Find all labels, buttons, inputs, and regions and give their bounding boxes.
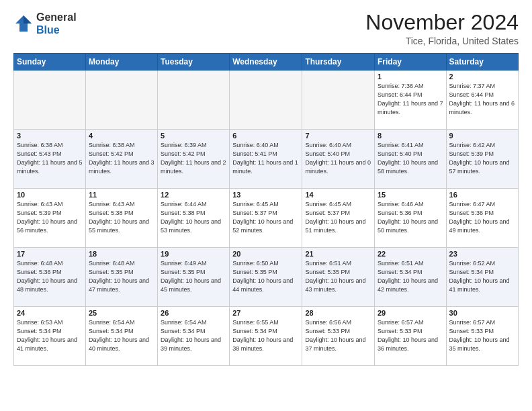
- calendar-cell: 18Sunrise: 6:48 AMSunset: 5:35 PMDayligh…: [85, 248, 157, 307]
- day-number: 27: [232, 309, 299, 317]
- day-info: Sunrise: 6:57 AMSunset: 5:33 PMDaylight:…: [449, 318, 515, 353]
- calendar-cell: 17Sunrise: 6:48 AMSunset: 5:36 PMDayligh…: [14, 248, 86, 307]
- day-info: Sunrise: 6:44 AMSunset: 5:38 PMDaylight:…: [161, 200, 226, 235]
- calendar-cell: 22Sunrise: 6:51 AMSunset: 5:34 PMDayligh…: [374, 248, 446, 307]
- day-info: Sunrise: 6:49 AMSunset: 5:35 PMDaylight:…: [161, 259, 226, 294]
- weekday-header: Friday: [374, 54, 446, 71]
- calendar-cell: 3Sunrise: 6:38 AMSunset: 5:43 PMDaylight…: [14, 130, 86, 189]
- day-info: Sunrise: 6:48 AMSunset: 5:35 PMDaylight:…: [89, 259, 154, 294]
- day-info: Sunrise: 6:47 AMSunset: 5:36 PMDaylight:…: [449, 200, 515, 235]
- calendar-cell: 25Sunrise: 6:54 AMSunset: 5:34 PMDayligh…: [85, 307, 157, 366]
- day-number: 4: [89, 132, 154, 140]
- day-info: Sunrise: 6:53 AMSunset: 5:34 PMDaylight:…: [17, 318, 83, 353]
- calendar-week-row: 3Sunrise: 6:38 AMSunset: 5:43 PMDaylight…: [14, 130, 519, 189]
- calendar-cell: 15Sunrise: 6:46 AMSunset: 5:36 PMDayligh…: [374, 189, 446, 248]
- day-number: 19: [161, 250, 226, 258]
- day-info: Sunrise: 6:45 AMSunset: 5:37 PMDaylight:…: [305, 200, 371, 235]
- day-number: 12: [161, 191, 226, 199]
- weekday-header: Tuesday: [158, 54, 230, 71]
- day-number: 24: [17, 309, 83, 317]
- weekday-header: Wednesday: [230, 54, 302, 71]
- day-info: Sunrise: 6:56 AMSunset: 5:33 PMDaylight:…: [305, 318, 371, 353]
- header: General Blue November 2024 Tice, Florida…: [13, 11, 519, 46]
- calendar-cell: 1Sunrise: 7:36 AMSunset: 6:44 PMDaylight…: [374, 71, 446, 130]
- day-info: Sunrise: 6:41 AMSunset: 5:40 PMDaylight:…: [378, 141, 443, 176]
- calendar-cell: [158, 71, 230, 130]
- month-title: November 2024: [365, 11, 519, 34]
- day-number: 15: [378, 191, 443, 199]
- calendar-week-row: 24Sunrise: 6:53 AMSunset: 5:34 PMDayligh…: [14, 307, 519, 366]
- day-info: Sunrise: 6:43 AMSunset: 5:38 PMDaylight:…: [89, 200, 154, 235]
- weekday-header: Sunday: [14, 54, 86, 71]
- day-info: Sunrise: 7:37 AMSunset: 6:44 PMDaylight:…: [449, 82, 515, 117]
- weekday-header: Saturday: [446, 54, 518, 71]
- calendar-cell: 29Sunrise: 6:57 AMSunset: 5:33 PMDayligh…: [374, 307, 446, 366]
- calendar-cell: 9Sunrise: 6:42 AMSunset: 5:39 PMDaylight…: [446, 130, 518, 189]
- calendar-cell: 21Sunrise: 6:51 AMSunset: 5:35 PMDayligh…: [302, 248, 375, 307]
- day-info: Sunrise: 6:38 AMSunset: 5:42 PMDaylight:…: [89, 141, 154, 176]
- calendar-cell: 26Sunrise: 6:54 AMSunset: 5:34 PMDayligh…: [158, 307, 230, 366]
- day-info: Sunrise: 7:36 AMSunset: 6:44 PMDaylight:…: [378, 82, 443, 117]
- day-info: Sunrise: 6:54 AMSunset: 5:34 PMDaylight:…: [161, 318, 226, 353]
- weekday-header: Thursday: [302, 54, 375, 71]
- day-info: Sunrise: 6:51 AMSunset: 5:35 PMDaylight:…: [305, 259, 371, 294]
- day-number: 6: [232, 132, 299, 140]
- day-number: 3: [17, 132, 83, 140]
- day-number: 17: [17, 250, 83, 258]
- location: Tice, Florida, United States: [365, 36, 519, 46]
- calendar-cell: 30Sunrise: 6:57 AMSunset: 5:33 PMDayligh…: [446, 307, 518, 366]
- calendar-cell: 28Sunrise: 6:56 AMSunset: 5:33 PMDayligh…: [302, 307, 375, 366]
- day-number: 5: [161, 132, 226, 140]
- day-number: 8: [378, 132, 443, 140]
- day-info: Sunrise: 6:55 AMSunset: 5:34 PMDaylight:…: [232, 318, 299, 353]
- calendar-cell: 2Sunrise: 7:37 AMSunset: 6:44 PMDaylight…: [446, 71, 518, 130]
- day-number: 11: [89, 191, 154, 199]
- day-info: Sunrise: 6:42 AMSunset: 5:39 PMDaylight:…: [449, 141, 515, 176]
- calendar-cell: 24Sunrise: 6:53 AMSunset: 5:34 PMDayligh…: [14, 307, 86, 366]
- day-number: 22: [378, 250, 443, 258]
- day-number: 20: [232, 250, 299, 258]
- calendar-cell: 6Sunrise: 6:40 AMSunset: 5:41 PMDaylight…: [230, 130, 302, 189]
- logo-icon: [13, 13, 34, 34]
- day-info: Sunrise: 6:51 AMSunset: 5:34 PMDaylight:…: [378, 259, 443, 294]
- calendar-cell: 7Sunrise: 6:40 AMSunset: 5:40 PMDaylight…: [302, 130, 375, 189]
- day-info: Sunrise: 6:38 AMSunset: 5:43 PMDaylight:…: [17, 141, 83, 176]
- calendar-week-row: 10Sunrise: 6:43 AMSunset: 5:39 PMDayligh…: [14, 189, 519, 248]
- calendar-cell: 13Sunrise: 6:45 AMSunset: 5:37 PMDayligh…: [230, 189, 302, 248]
- logo: General Blue: [13, 11, 77, 36]
- day-info: Sunrise: 6:39 AMSunset: 5:42 PMDaylight:…: [161, 141, 226, 176]
- weekday-header-row: SundayMondayTuesdayWednesdayThursdayFrid…: [14, 54, 519, 71]
- calendar-cell: 12Sunrise: 6:44 AMSunset: 5:38 PMDayligh…: [158, 189, 230, 248]
- calendar-cell: [302, 71, 375, 130]
- calendar-cell: 5Sunrise: 6:39 AMSunset: 5:42 PMDaylight…: [158, 130, 230, 189]
- day-info: Sunrise: 6:50 AMSunset: 5:35 PMDaylight:…: [232, 259, 299, 294]
- page-container: General Blue November 2024 Tice, Florida…: [0, 0, 532, 373]
- day-number: 28: [305, 309, 371, 317]
- day-info: Sunrise: 6:40 AMSunset: 5:40 PMDaylight:…: [305, 141, 371, 176]
- calendar-cell: [230, 71, 302, 130]
- calendar-cell: 20Sunrise: 6:50 AMSunset: 5:35 PMDayligh…: [230, 248, 302, 307]
- calendar-cell: [85, 71, 157, 130]
- day-number: 30: [449, 309, 515, 317]
- calendar-cell: 16Sunrise: 6:47 AMSunset: 5:36 PMDayligh…: [446, 189, 518, 248]
- calendar-cell: 19Sunrise: 6:49 AMSunset: 5:35 PMDayligh…: [158, 248, 230, 307]
- day-info: Sunrise: 6:46 AMSunset: 5:36 PMDaylight:…: [378, 200, 443, 235]
- day-number: 1: [378, 73, 443, 81]
- calendar-cell: 4Sunrise: 6:38 AMSunset: 5:42 PMDaylight…: [85, 130, 157, 189]
- day-number: 26: [161, 309, 226, 317]
- day-number: 16: [449, 191, 515, 199]
- day-number: 13: [232, 191, 299, 199]
- day-number: 18: [89, 250, 154, 258]
- calendar-cell: 10Sunrise: 6:43 AMSunset: 5:39 PMDayligh…: [14, 189, 86, 248]
- day-info: Sunrise: 6:43 AMSunset: 5:39 PMDaylight:…: [17, 200, 83, 235]
- calendar-cell: 14Sunrise: 6:45 AMSunset: 5:37 PMDayligh…: [302, 189, 375, 248]
- calendar-cell: 27Sunrise: 6:55 AMSunset: 5:34 PMDayligh…: [230, 307, 302, 366]
- day-number: 10: [17, 191, 83, 199]
- day-number: 7: [305, 132, 371, 140]
- logo-blue-text: Blue: [36, 24, 60, 36]
- calendar-week-row: 17Sunrise: 6:48 AMSunset: 5:36 PMDayligh…: [14, 248, 519, 307]
- day-number: 2: [449, 73, 515, 81]
- calendar-week-row: 1Sunrise: 7:36 AMSunset: 6:44 PMDaylight…: [14, 71, 519, 130]
- logo-general-text: General: [36, 11, 77, 23]
- title-block: November 2024 Tice, Florida, United Stat…: [365, 11, 519, 46]
